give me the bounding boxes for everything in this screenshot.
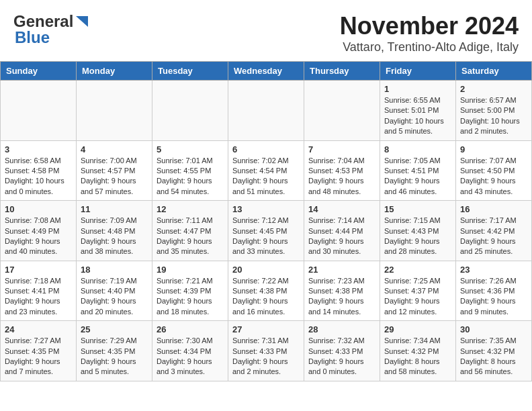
calendar-header-row: SundayMondayTuesdayWednesdayThursdayFrid… <box>1 62 532 81</box>
day-info: Sunrise: 7:18 AMSunset: 4:41 PMDaylight:… <box>5 276 72 318</box>
calendar-cell: 1Sunrise: 6:55 AMSunset: 5:01 PMDaylight… <box>380 81 456 141</box>
calendar-week-4: 17Sunrise: 7:18 AMSunset: 4:41 PMDayligh… <box>1 261 532 321</box>
day-info: Sunrise: 7:14 AMSunset: 4:44 PMDaylight:… <box>308 216 375 257</box>
day-number: 24 <box>5 324 72 334</box>
day-number: 20 <box>232 265 300 275</box>
day-number: 30 <box>460 324 527 334</box>
day-number: 2 <box>460 84 527 94</box>
calendar-cell: 17Sunrise: 7:18 AMSunset: 4:41 PMDayligh… <box>1 261 77 321</box>
day-number: 18 <box>81 265 148 275</box>
day-info: Sunrise: 7:23 AMSunset: 4:38 PMDaylight:… <box>308 276 375 318</box>
day-number: 7 <box>308 144 375 154</box>
day-number: 13 <box>232 204 300 214</box>
calendar-cell: 20Sunrise: 7:22 AMSunset: 4:38 PMDayligh… <box>228 261 304 321</box>
calendar-cell: 16Sunrise: 7:17 AMSunset: 4:42 PMDayligh… <box>456 201 532 261</box>
calendar-cell: 6Sunrise: 7:02 AMSunset: 4:54 PMDaylight… <box>228 140 304 201</box>
logo: General Blue <box>13 12 89 47</box>
day-info: Sunrise: 7:17 AMSunset: 4:42 PMDaylight:… <box>460 216 527 257</box>
day-number: 4 <box>81 144 148 154</box>
day-number: 22 <box>384 265 451 275</box>
day-number: 10 <box>5 204 72 214</box>
day-info: Sunrise: 7:32 AMSunset: 4:33 PMDaylight:… <box>308 336 375 377</box>
calendar-cell: 8Sunrise: 7:05 AMSunset: 4:51 PMDaylight… <box>380 140 456 201</box>
day-number: 12 <box>157 204 224 214</box>
day-info: Sunrise: 7:04 AMSunset: 4:53 PMDaylight:… <box>308 156 375 197</box>
day-info: Sunrise: 7:25 AMSunset: 4:37 PMDaylight:… <box>384 276 451 318</box>
calendar-cell: 9Sunrise: 7:07 AMSunset: 4:50 PMDaylight… <box>456 140 532 201</box>
day-number: 5 <box>157 144 224 154</box>
day-info: Sunrise: 7:31 AMSunset: 4:33 PMDaylight:… <box>232 336 300 377</box>
day-number: 23 <box>460 265 527 275</box>
day-number: 15 <box>384 204 451 214</box>
day-number: 1 <box>384 84 451 94</box>
calendar-cell: 23Sunrise: 7:26 AMSunset: 4:36 PMDayligh… <box>456 261 532 321</box>
col-header-thursday: Thursday <box>304 62 380 81</box>
calendar-cell: 3Sunrise: 6:58 AMSunset: 4:58 PMDaylight… <box>1 140 77 201</box>
day-number: 8 <box>384 144 451 154</box>
day-info: Sunrise: 7:34 AMSunset: 4:32 PMDaylight:… <box>384 336 451 377</box>
day-number: 3 <box>5 144 72 154</box>
calendar-cell <box>77 81 152 141</box>
day-number: 25 <box>81 324 148 334</box>
calendar-cell: 21Sunrise: 7:23 AMSunset: 4:38 PMDayligh… <box>304 261 380 321</box>
day-info: Sunrise: 7:29 AMSunset: 4:35 PMDaylight:… <box>81 336 148 377</box>
day-number: 17 <box>5 265 72 275</box>
calendar-cell: 26Sunrise: 7:30 AMSunset: 4:34 PMDayligh… <box>152 321 228 381</box>
day-info: Sunrise: 7:22 AMSunset: 4:38 PMDaylight:… <box>232 276 300 318</box>
calendar-cell: 10Sunrise: 7:08 AMSunset: 4:49 PMDayligh… <box>1 201 77 261</box>
col-header-friday: Friday <box>380 62 456 81</box>
day-number: 9 <box>460 144 527 154</box>
calendar-cell: 11Sunrise: 7:09 AMSunset: 4:48 PMDayligh… <box>77 201 152 261</box>
calendar-cell: 14Sunrise: 7:14 AMSunset: 4:44 PMDayligh… <box>304 201 380 261</box>
title-block: November 2024 Vattaro, Trentino-Alto Adi… <box>340 12 519 54</box>
page-subtitle: Vattaro, Trentino-Alto Adige, Italy <box>340 40 519 54</box>
day-info: Sunrise: 7:00 AMSunset: 4:57 PMDaylight:… <box>81 156 148 197</box>
day-info: Sunrise: 7:19 AMSunset: 4:40 PMDaylight:… <box>81 276 148 318</box>
calendar-cell <box>152 81 228 141</box>
day-info: Sunrise: 7:08 AMSunset: 4:49 PMDaylight:… <box>5 216 72 257</box>
calendar-cell: 27Sunrise: 7:31 AMSunset: 4:33 PMDayligh… <box>228 321 304 381</box>
calendar-cell <box>1 81 77 141</box>
day-number: 27 <box>232 324 300 334</box>
day-info: Sunrise: 7:07 AMSunset: 4:50 PMDaylight:… <box>460 156 527 197</box>
calendar-cell: 22Sunrise: 7:25 AMSunset: 4:37 PMDayligh… <box>380 261 456 321</box>
page-title: November 2024 <box>340 12 519 40</box>
calendar-cell: 24Sunrise: 7:27 AMSunset: 4:35 PMDayligh… <box>1 321 77 381</box>
day-info: Sunrise: 7:11 AMSunset: 4:47 PMDaylight:… <box>157 216 224 257</box>
day-info: Sunrise: 7:12 AMSunset: 4:45 PMDaylight:… <box>232 216 300 257</box>
day-info: Sunrise: 6:55 AMSunset: 5:01 PMDaylight:… <box>384 95 451 137</box>
svg-marker-0 <box>76 16 88 27</box>
col-header-sunday: Sunday <box>1 62 77 81</box>
calendar-cell: 4Sunrise: 7:00 AMSunset: 4:57 PMDaylight… <box>77 140 152 201</box>
calendar-week-3: 10Sunrise: 7:08 AMSunset: 4:49 PMDayligh… <box>1 201 532 261</box>
day-number: 16 <box>460 204 527 214</box>
calendar-cell: 25Sunrise: 7:29 AMSunset: 4:35 PMDayligh… <box>77 321 152 381</box>
calendar-cell <box>228 81 304 141</box>
day-number: 28 <box>308 324 375 334</box>
day-info: Sunrise: 6:58 AMSunset: 4:58 PMDaylight:… <box>5 156 72 197</box>
day-info: Sunrise: 7:02 AMSunset: 4:54 PMDaylight:… <box>232 156 300 197</box>
calendar-cell: 15Sunrise: 7:15 AMSunset: 4:43 PMDayligh… <box>380 201 456 261</box>
day-info: Sunrise: 7:30 AMSunset: 4:34 PMDaylight:… <box>157 336 224 377</box>
calendar-body: 1Sunrise: 6:55 AMSunset: 5:01 PMDaylight… <box>1 81 532 381</box>
day-number: 29 <box>384 324 451 334</box>
day-number: 14 <box>308 204 375 214</box>
calendar-cell: 12Sunrise: 7:11 AMSunset: 4:47 PMDayligh… <box>152 201 228 261</box>
day-info: Sunrise: 7:15 AMSunset: 4:43 PMDaylight:… <box>384 216 451 257</box>
col-header-saturday: Saturday <box>456 62 532 81</box>
col-header-tuesday: Tuesday <box>152 62 228 81</box>
day-number: 21 <box>308 265 375 275</box>
logo-text-blue: Blue <box>15 28 50 47</box>
day-info: Sunrise: 6:57 AMSunset: 5:00 PMDaylight:… <box>460 95 527 137</box>
calendar-week-5: 24Sunrise: 7:27 AMSunset: 4:35 PMDayligh… <box>1 321 532 381</box>
day-number: 26 <box>157 324 224 334</box>
day-number: 11 <box>81 204 148 214</box>
day-info: Sunrise: 7:35 AMSunset: 4:32 PMDaylight:… <box>460 336 527 377</box>
calendar-cell: 19Sunrise: 7:21 AMSunset: 4:39 PMDayligh… <box>152 261 228 321</box>
day-info: Sunrise: 7:05 AMSunset: 4:51 PMDaylight:… <box>384 156 451 197</box>
day-info: Sunrise: 7:27 AMSunset: 4:35 PMDaylight:… <box>5 336 72 377</box>
day-number: 19 <box>157 265 224 275</box>
calendar-cell: 7Sunrise: 7:04 AMSunset: 4:53 PMDaylight… <box>304 140 380 201</box>
col-header-wednesday: Wednesday <box>228 62 304 81</box>
calendar-week-2: 3Sunrise: 6:58 AMSunset: 4:58 PMDaylight… <box>1 140 532 201</box>
